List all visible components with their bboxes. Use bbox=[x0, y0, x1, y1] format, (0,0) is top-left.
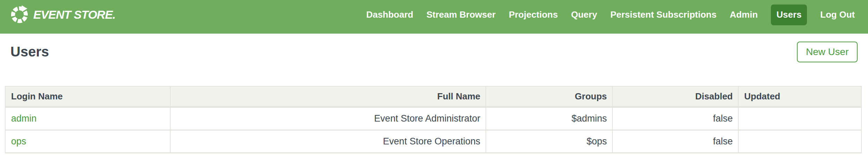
users-page: Users New User Login Name Full Name Grou… bbox=[0, 34, 868, 153]
top-navbar: EVENT STORE. Dashboard Stream Browser Pr… bbox=[0, 0, 868, 34]
col-header-disabled: Disabled bbox=[612, 86, 738, 107]
col-header-login-name: Login Name bbox=[5, 86, 170, 107]
col-header-full-name: Full Name bbox=[170, 86, 486, 107]
user-link-ops[interactable]: ops bbox=[11, 136, 26, 146]
nav-item-dashboard[interactable]: Dashboard bbox=[366, 5, 413, 25]
table-row: admin Event Store Administrator $admins … bbox=[5, 107, 861, 130]
nav-item-stream-browser[interactable]: Stream Browser bbox=[427, 5, 496, 25]
page-header: Users New User bbox=[0, 34, 868, 70]
page-title: Users bbox=[10, 44, 49, 60]
cell-disabled: false bbox=[612, 107, 738, 130]
col-header-groups: Groups bbox=[486, 86, 612, 107]
cell-disabled: false bbox=[612, 130, 738, 153]
cell-groups: $ops bbox=[486, 130, 612, 153]
cell-groups: $admins bbox=[486, 107, 612, 130]
nav-item-admin[interactable]: Admin bbox=[730, 5, 758, 25]
event-store-ring-icon bbox=[10, 5, 29, 25]
main-nav: Dashboard Stream Browser Projections Que… bbox=[366, 5, 855, 25]
cell-updated bbox=[738, 130, 861, 153]
cell-full-name: Event Store Administrator bbox=[170, 107, 486, 130]
brand-name: EVENT STORE. bbox=[33, 8, 115, 21]
nav-item-users[interactable]: Users bbox=[771, 5, 807, 25]
cell-full-name: Event Store Operations bbox=[170, 130, 486, 153]
col-header-updated: Updated bbox=[738, 86, 861, 107]
new-user-button[interactable]: New User bbox=[797, 42, 858, 62]
nav-item-persistent-subscriptions[interactable]: Persistent Subscriptions bbox=[610, 5, 716, 25]
user-link-admin[interactable]: admin bbox=[11, 113, 37, 124]
cell-login-name: admin bbox=[5, 107, 170, 130]
brand-logo[interactable]: EVENT STORE. bbox=[10, 5, 115, 25]
nav-item-projections[interactable]: Projections bbox=[509, 5, 558, 25]
table-row: ops Event Store Operations $ops false bbox=[5, 130, 861, 153]
cell-login-name: ops bbox=[5, 130, 170, 153]
table-header-row: Login Name Full Name Groups Disabled Upd… bbox=[5, 86, 861, 107]
cell-updated bbox=[738, 107, 861, 130]
nav-item-log-out[interactable]: Log Out bbox=[820, 5, 855, 25]
users-table: Login Name Full Name Groups Disabled Upd… bbox=[5, 86, 862, 153]
nav-item-query[interactable]: Query bbox=[571, 5, 597, 25]
